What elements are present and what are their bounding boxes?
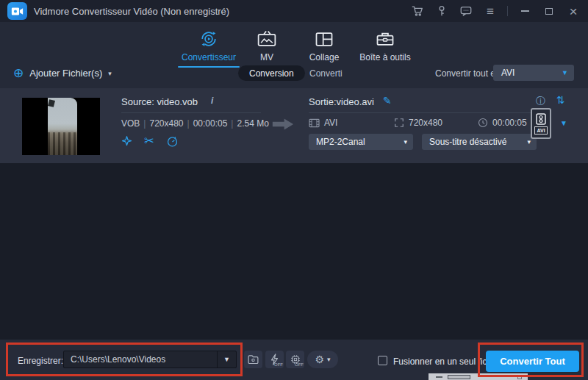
view-tab-converti[interactable]: Converti [309,68,343,79]
header: Convertisseur MV Collage Boîte à outils … [0,22,588,88]
hw-accel-off-label: OFF [274,362,283,367]
film-icon [309,118,320,128]
collage-grid-icon [295,28,353,50]
tab-convertisseur[interactable]: Convertisseur [175,28,243,68]
hamburger-menu-icon[interactable]: ≡ [483,4,498,18]
chevron-down-icon: ▾ [108,70,112,77]
output-duration-value: 00:00:05 [492,118,527,128]
output-format-value: AVI [324,118,337,128]
source-resolution: 720x480 [149,118,183,129]
window-title: Vidmore Convertisseur Vidéo (Non enregis… [34,6,229,17]
merge-checkbox[interactable] [378,356,387,365]
source-duration: 00:00:05 [193,118,228,129]
output-duration-item: 00:00:05 [478,118,527,128]
fragment-mark [448,375,470,379]
maximize-button[interactable] [542,4,556,18]
speed-clock-icon[interactable] [165,134,179,148]
format-badge-chevron-icon[interactable]: ▼ [560,119,567,127]
file-list-area [0,163,588,340]
annotation-box-save-path [6,343,243,376]
resolution-expand-icon [394,118,404,128]
cart-icon[interactable] [410,4,425,18]
app-logo-icon [7,2,27,20]
output-format-item: AVI [309,118,337,128]
tab-boite-a-outils[interactable]: Boîte à outils [351,28,419,62]
gpu-off-label: OFF [295,362,304,367]
audio-track-dropdown[interactable]: MP2-2Canal ▾ [309,134,413,150]
rename-pencil-icon[interactable]: ✎ [383,95,392,107]
register-key-icon[interactable] [434,4,449,18]
minimize-button[interactable] [517,4,532,18]
title-bar: Vidmore Convertisseur Vidéo (Non enregis… [0,0,588,22]
chevron-down-icon: ▾ [327,356,331,363]
annotation-box-convert-button [478,343,584,377]
output-resolution-value: 720x480 [409,118,442,128]
cut-scissors-icon[interactable]: ✂ [142,134,157,148]
source-size: 2.54 Mo [237,118,268,129]
tab-label: MV [238,52,295,62]
format-badge-label: AVI [534,126,547,135]
source-format: VOB [121,118,140,129]
edit-effects-icon[interactable] [119,134,134,148]
file-row: Source: video.vob i VOB|720x480|00:00:05… [0,88,588,163]
toolbox-icon [351,28,419,50]
tab-collage[interactable]: Collage [295,28,353,62]
active-tab-underline [178,66,240,68]
close-button[interactable]: × [566,4,581,18]
tab-label: Boîte à outils [351,52,419,62]
fragment-mark [436,376,442,378]
add-files-button[interactable]: ⊕ Ajouter Fichier(s) ▾ [13,67,112,79]
settings-button[interactable]: ⚙ ▾ [307,351,338,368]
convert-all-format-value: AVI [501,68,514,78]
converter-icon [175,28,243,50]
tab-mv[interactable]: MV [238,28,295,62]
gpu-button[interactable]: OFF [286,351,304,368]
hw-acceleration-button[interactable]: OFF [265,351,284,368]
output-resolution-item: 720x480 [394,118,442,128]
audio-track-value: MP2-2Canal [316,137,365,147]
feedback-icon[interactable] [459,4,473,18]
subtitle-dropdown[interactable]: Sous-titre désactivé ▾ [422,134,537,150]
tab-label: Collage [295,52,353,62]
chevron-down-icon: ▾ [404,138,407,146]
thumbnail-image [48,98,77,155]
source-file-name: Source: video.vob [121,96,198,107]
output-format-badge[interactable]: AVI [531,108,551,139]
view-tab-conversion[interactable]: Conversion [238,65,305,81]
output-file-name: Sortie:video.avi [309,96,374,107]
subtitle-value: Sous-titre désactivé [429,137,506,147]
clock-icon [478,118,488,128]
divider [309,112,545,113]
output-info-icon[interactable]: ⓘ [536,95,545,108]
app-window: Vidmore Convertisseur Vidéo (Non enregis… [0,0,588,380]
gear-icon: ⚙ [315,354,324,365]
convert-all-format-dropdown[interactable]: AVI ▼ [493,65,574,81]
video-thumbnail [22,98,100,155]
source-tools: ✂ [119,134,179,148]
source-info-icon[interactable]: i [211,96,213,106]
mv-tv-icon [238,28,295,50]
chevron-down-icon: ▾ [527,138,531,146]
titlebar-divider [507,6,508,16]
open-folder-button[interactable] [244,351,262,368]
plus-circle-icon: ⊕ [13,67,24,79]
divider [121,112,261,113]
reorder-arrows-icon[interactable]: ⇅ [556,94,565,106]
source-meta: VOB|720x480|00:00:05|2.54 Mo [121,118,269,129]
conversion-arrow-icon [272,118,294,131]
chevron-down-icon: ▼ [562,69,568,76]
add-files-label: Ajouter Fichier(s) [29,68,102,79]
tab-label: Convertisseur [175,52,243,62]
